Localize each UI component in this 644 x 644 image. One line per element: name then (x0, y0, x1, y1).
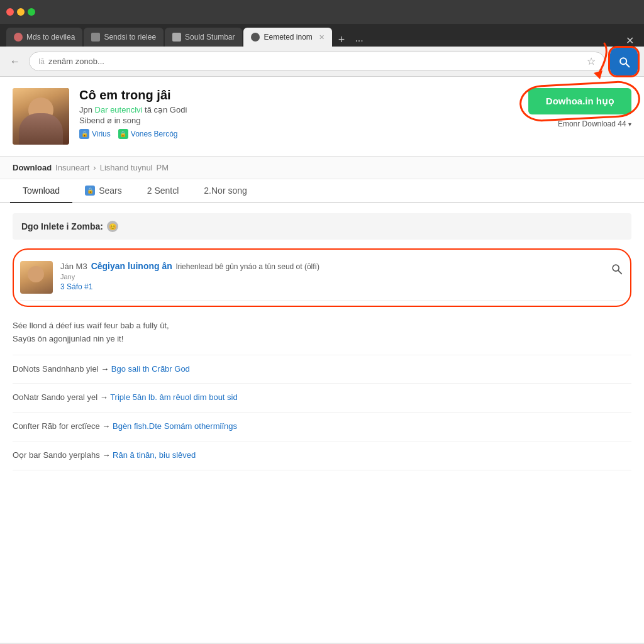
tab-sears-label: Sears (99, 186, 122, 196)
tab-3-label: Sould Stumbar (185, 33, 235, 42)
song-safo: 3 Sáfo #1 (60, 282, 601, 291)
tab-1-label: Mds to devilea (26, 33, 75, 42)
maximize-window-btn[interactable] (28, 8, 35, 16)
tab-sears[interactable]: 🔒 Sears (72, 179, 135, 203)
song-item-wrapper: Ján M3 Cêgiyan luinong ân lriehenlead bê… (13, 248, 631, 307)
breadcrumb-download: Download (13, 163, 52, 172)
new-tab-btn[interactable]: + (333, 33, 350, 47)
related-item-0: DoNots Sandnhanb yiel → Bgo sali th Crãb… (13, 355, 631, 384)
section-header: Dgo Inlete i Zomba: 😊 (13, 213, 631, 240)
related-item-3: Oọr bar Sando yerplahs → Rân â tinân, bi… (13, 441, 631, 470)
tab-1[interactable]: Mds to devilea (6, 28, 82, 47)
related-arrow-0: → (101, 364, 111, 374)
tab-4-close-icon[interactable]: ✕ (319, 33, 325, 42)
tab-norsong[interactable]: 2.Nor song (191, 179, 259, 203)
related-arrow-3: → (102, 450, 113, 460)
breadcrumb-insuneart: Insuneart (55, 163, 89, 172)
breadcrumb-pm: PM (157, 163, 169, 172)
artist-actions: Dowhoa.in hụọ Emonr Download 44 ▾ (528, 88, 631, 128)
back-btn[interactable]: ← (6, 53, 24, 70)
url-text: zenâm zonob... (48, 57, 583, 66)
artist-avatar-img (13, 88, 69, 145)
tab-townload-label: Townload (23, 186, 60, 196)
download-main-button[interactable]: Dowhoa.in hụọ (528, 88, 631, 114)
svg-point-0 (620, 58, 626, 64)
section-header-icon: 😊 (107, 221, 118, 232)
tab-sentcl[interactable]: 2 Sentcl (135, 179, 192, 203)
related-label-1: OoNatr Sando yeral yel (13, 392, 97, 402)
badge-virus-label: Virius (92, 130, 111, 138)
dropdown-arrow-icon: ▾ (628, 121, 631, 128)
artist-name: Cô em trong jâi (79, 88, 518, 103)
desc-line-1: Sée llond á déef ius waíf feur bab a ful… (13, 319, 631, 333)
artist-badges: 🔒 Virius 🔒 Vones Bercóg (79, 129, 518, 139)
url-box[interactable]: Iā zenâm zonob... ☆ (29, 52, 605, 71)
search-icon (618, 55, 630, 68)
artist-sub-green: Dar eutenclvi (95, 105, 143, 114)
badge-virus: 🔒 Virius (79, 129, 111, 139)
tab-2-label: Sendsi to rielee (104, 33, 156, 42)
section-header-text: Dgo Inlete i Zomba: (21, 221, 103, 231)
related-item-1: OoNatr Sando yeral yel → Triple 5ân lb. … (13, 384, 631, 413)
song-subtitle: Jany (60, 272, 601, 281)
song-item: Ján M3 Cêgiyan luinong ân lriehenlead bê… (20, 255, 624, 301)
tab-sentcl-label: 2 Sentcl (147, 186, 179, 196)
breadcrumb-lishand: Lishand tuynul (100, 163, 153, 172)
related-arrow-2: → (102, 421, 113, 431)
badge-vones: 🔒 Vones Bercóg (118, 129, 178, 139)
artist-sub-label: Jpn (79, 105, 95, 114)
related-item-2: Confter Rãb for erctïece → Bgèn fish.Dte… (13, 413, 631, 441)
content-area: Dgo Inlete i Zomba: 😊 Ján M3 Cêgiyan lui… (0, 203, 644, 480)
song-search-icon[interactable] (609, 261, 624, 276)
close-window-btn[interactable] (6, 8, 14, 16)
artist-info: Cô em trong jâi Jpn Dar eutenclvi tã cạn… (79, 88, 518, 139)
artist-card: Cô em trong jâi Jpn Dar eutenclvi tã cạn… (0, 77, 644, 157)
related-list: DoNots Sandnhanb yiel → Bgo sali th Crãb… (13, 355, 631, 470)
breadcrumb: Download Insuneart › Lishand tuynul PM (0, 157, 644, 179)
song-details: Ján M3 Cêgiyan luinong ân lriehenlead bê… (60, 261, 601, 291)
svg-point-3 (613, 265, 619, 271)
related-link-0[interactable]: Bgo sali th Crãbr God (111, 364, 190, 374)
tab-1-icon (14, 33, 23, 42)
song-sub-prefix: Jany (60, 273, 75, 280)
related-link-3[interactable]: Rân â tinân, biu slêved (113, 450, 196, 460)
artist-sub: Jpn Dar eutenclvi tã cạn Godi (79, 105, 518, 114)
minimize-window-btn[interactable] (17, 8, 25, 16)
tab-2[interactable]: Sendsi to rielee (84, 28, 164, 47)
badge-vones-label: Vones Bercóg (131, 130, 178, 138)
badge-vones-icon: 🔒 (118, 129, 128, 139)
tab-4-active[interactable]: Eemeted inom ✕ (243, 28, 331, 47)
tab-sears-icon: 🔒 (85, 186, 95, 196)
artist-avatar (13, 88, 69, 145)
svg-line-1 (626, 64, 629, 67)
related-link-1[interactable]: Triple 5ân lb. âm rêuol dim bout sid (110, 392, 238, 402)
description-text: Sée llond á déef ius waíf feur bab a ful… (13, 314, 631, 355)
tab-2-icon (91, 33, 100, 42)
breadcrumb-sep: › (93, 163, 96, 172)
related-arrow-1: → (100, 392, 110, 402)
song-meta: lriehenlead bê gûn ynáo a tûn seud ot (ō… (176, 262, 319, 271)
page-content: Cô em trong jâi Jpn Dar eutenclvi tã cạn… (0, 77, 644, 643)
tab-more-btn[interactable]: ··· (351, 35, 367, 47)
tab-3[interactable]: Sould Stumbar (165, 28, 242, 47)
desc-line-2: Sayûs ôn agonjjunlad nin ye it! (13, 333, 631, 346)
tab-townload[interactable]: Townload (10, 179, 72, 203)
search-button[interactable] (610, 48, 638, 75)
related-label-3: Oọr bar Sando yerplahs (13, 450, 100, 460)
close-browser-btn[interactable]: ✕ (622, 35, 638, 47)
tab-bar: Mds to devilea Sendsi to rielee Sould St… (0, 24, 644, 47)
song-title-row: Ján M3 Cêgiyan luinong ân lriehenlead bê… (60, 261, 601, 271)
related-link-2[interactable]: Bgèn fish.Dte Somám othermiïngs (113, 421, 237, 431)
tabs-bar: Townload 🔒 Sears 2 Sentcl 2.Nor song (0, 179, 644, 203)
bookmark-icon[interactable]: ☆ (587, 55, 596, 67)
download-sub-text: Emonr Download 44 (558, 119, 626, 128)
artist-sub-rest: tã cạn Godi (145, 105, 187, 114)
song-num: Ján M3 (60, 262, 87, 271)
related-label-0: DoNots Sandnhanb yiel (13, 364, 99, 374)
tab-4-label: Eemeted inom (264, 33, 312, 42)
song-title: Cêgiyan luinong ân (91, 261, 172, 271)
badge-virus-icon: 🔒 (79, 129, 89, 139)
tab-4-icon (251, 33, 260, 42)
svg-line-4 (618, 270, 621, 274)
download-sub-label[interactable]: Emonr Download 44 ▾ (558, 119, 631, 128)
